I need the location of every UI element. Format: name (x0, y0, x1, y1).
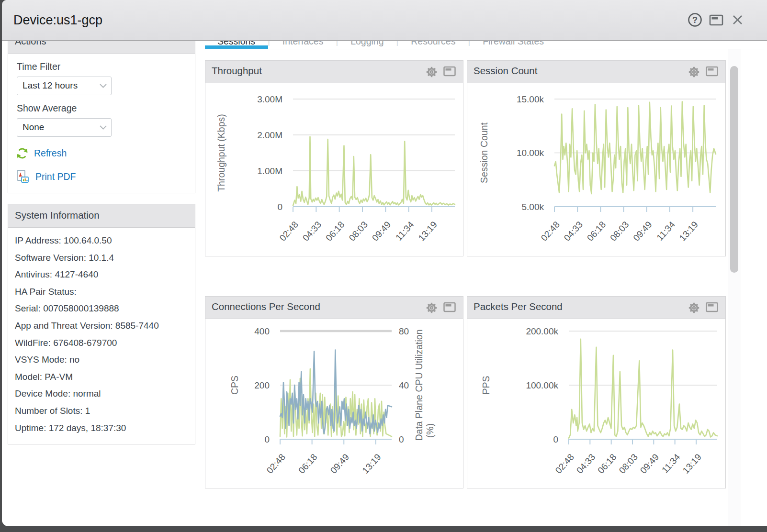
svg-text:04:33: 04:33 (301, 220, 323, 243)
throughput-panel-title: Throughput (212, 65, 262, 77)
svg-text:06:18: 06:18 (585, 220, 608, 243)
gear-icon[interactable] (425, 66, 438, 78)
cps-panel-title: Connections Per Second (212, 301, 320, 312)
tab-firewall-states[interactable]: Firewall States (470, 41, 556, 49)
svg-text:200: 200 (254, 380, 270, 390)
throughput-panel-header: Throughput (205, 61, 463, 83)
svg-text:?: ? (692, 15, 698, 25)
refresh-link[interactable]: Refresh (34, 148, 67, 159)
system-info-row: Uptime: 172 days, 18:37:30 (15, 420, 188, 437)
window-icon[interactable] (443, 301, 456, 313)
panel-session: Session Count 02:4804:3306:1808:0309:491… (467, 60, 726, 256)
svg-text:13:19: 13:19 (681, 452, 703, 476)
session-panel-header: Session Count (467, 61, 725, 83)
svg-text:400: 400 (254, 326, 270, 336)
titlebar-icons: ? (688, 12, 745, 27)
actions-header-label: Actions (15, 41, 46, 47)
dialog-titlebar: Device:us1-gcp ? (2, 0, 767, 41)
svg-text:0: 0 (264, 434, 270, 444)
svg-text:15.00k: 15.00k (517, 94, 544, 104)
svg-text:08:03: 08:03 (608, 220, 631, 243)
svg-text:Data Plane CPU Utilization: Data Plane CPU Utilization (414, 329, 424, 441)
tab-interfaces[interactable]: Interfaces (270, 41, 336, 49)
svg-text:10.00k: 10.00k (517, 148, 544, 158)
svg-text:09:49: 09:49 (370, 220, 393, 243)
window-icon[interactable] (705, 301, 719, 313)
svg-text:0: 0 (399, 434, 404, 444)
active-tab-underline (205, 45, 268, 49)
panel-pps: Packets Per Second 02:4804:3306:1808:030… (467, 296, 726, 488)
session-chart: 02:4804:3306:1808:0309:4911:3413:195.00k… (467, 83, 725, 256)
help-icon[interactable]: ? (688, 12, 702, 27)
pps-panel-title: Packets Per Second (474, 301, 563, 312)
vertical-scrollbar-track[interactable] (728, 49, 741, 526)
chevron-down-icon (100, 84, 107, 88)
actions-panel-header: Actions (8, 41, 195, 54)
panel-cps: Connections Per Second 02:4806:1809:4913… (205, 296, 463, 488)
tab-logging[interactable]: Logging (338, 41, 396, 49)
svg-text:08:03: 08:03 (617, 452, 640, 476)
tab-resources[interactable]: Resources (398, 41, 468, 49)
show-average-label: Show Average (17, 103, 195, 114)
window-icon[interactable] (443, 66, 456, 78)
svg-text:06:18: 06:18 (324, 220, 346, 243)
actions-panel-body: Time Filter Last 12 hours Show Average N… (8, 61, 195, 184)
throughput-chart: 02:4804:3306:1808:0309:4911:3413:1901.00… (205, 83, 463, 256)
cps-panel-icons (425, 301, 456, 314)
gear-icon[interactable] (688, 66, 700, 78)
svg-text:100.00k: 100.00k (526, 380, 558, 390)
dialog-title: Device:us1-gcp (13, 0, 102, 40)
time-filter-value: Last 12 hours (23, 77, 78, 94)
refresh-icon (16, 147, 29, 160)
system-information-body: IP Address: 100.64.0.50Software Version:… (8, 228, 195, 444)
gear-icon[interactable] (688, 301, 700, 314)
svg-text:40: 40 (399, 380, 409, 390)
vertical-scrollbar-thumb[interactable] (730, 66, 738, 273)
svg-text:80: 80 (399, 326, 409, 336)
svg-text:3.00M: 3.00M (257, 94, 282, 104)
pps-panel-header: Packets Per Second (467, 297, 725, 319)
system-info-row: Software Version: 10.1.4 (15, 249, 188, 266)
chevron-down-icon (100, 125, 107, 130)
session-panel-title: Session Count (474, 65, 537, 77)
close-icon[interactable] (730, 12, 745, 27)
system-info-row: Antivirus: 4127-4640 (15, 266, 188, 283)
svg-text:5.00k: 5.00k (522, 202, 544, 212)
system-info-row: Serial: 007058000139888 (15, 300, 188, 317)
svg-text:1.00M: 1.00M (257, 166, 282, 176)
dialog-content: Sessions|Interfaces|Logging|Resources|Fi… (2, 41, 767, 526)
svg-text:CPS: CPS (229, 376, 240, 395)
svg-text:02:48: 02:48 (278, 220, 300, 243)
system-info-row: Number of Slots: 1 (15, 402, 188, 420)
tab-separator-line (205, 49, 764, 49)
show-average-select[interactable]: None (17, 118, 112, 137)
print-pdf-link[interactable]: Print PDF (35, 171, 76, 182)
actions-panel: Actions Time Filter Last 12 hours Show A… (8, 41, 195, 193)
time-filter-select[interactable]: Last 12 hours (17, 77, 112, 95)
svg-text:09:49: 09:49 (328, 452, 351, 476)
svg-text:2.00M: 2.00M (257, 130, 282, 140)
svg-text:(%): (%) (425, 423, 435, 438)
show-average-value: None (23, 119, 44, 135)
throughput-panel-icons (425, 66, 456, 78)
svg-text:Session Count: Session Count (479, 122, 489, 183)
system-info-row: VSYS Mode: no (15, 351, 188, 368)
svg-text:04:33: 04:33 (575, 452, 597, 476)
svg-text:11:34: 11:34 (394, 219, 416, 243)
gear-icon[interactable] (425, 301, 438, 314)
window-icon[interactable] (705, 66, 719, 78)
system-info-row: WildFire: 676408-679700 (15, 334, 188, 352)
svg-text:02:48: 02:48 (553, 452, 576, 476)
system-information-title: System Information (15, 210, 100, 221)
window-icon[interactable] (709, 13, 724, 27)
svg-text:09:49: 09:49 (631, 220, 654, 243)
svg-text:0: 0 (277, 202, 282, 212)
system-info-row: HA Pair Status: (15, 283, 188, 300)
svg-text:02:48: 02:48 (539, 220, 562, 243)
system-information-header: System Information (8, 204, 195, 228)
svg-text:11:34: 11:34 (660, 452, 682, 475)
system-information-panel: System Information IP Address: 100.64.0.… (8, 204, 195, 444)
cps-panel-header: Connections Per Second (205, 297, 463, 319)
svg-text:08:03: 08:03 (347, 220, 370, 243)
system-info-row: IP Address: 100.64.0.50 (15, 232, 188, 249)
